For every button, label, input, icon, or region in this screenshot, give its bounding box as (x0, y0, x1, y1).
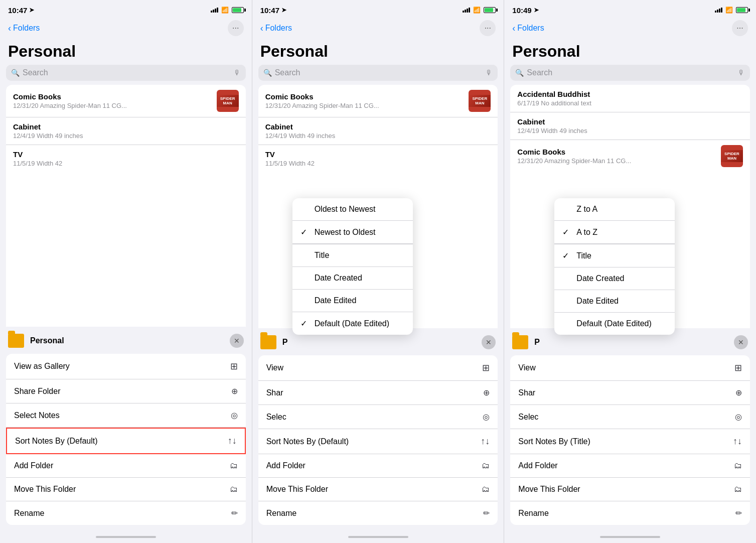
status-bar-2: 10:47 ➤ 📶 (252, 0, 504, 18)
back-button-1[interactable]: ‹ Folders (8, 23, 40, 34)
note-thumb-2-0: SPIDER MAN (469, 90, 491, 112)
back-label-2: Folders (265, 24, 292, 33)
mic-icon-3: 🎙 (738, 69, 745, 77)
page-title-1: Personal (0, 40, 252, 65)
sheet-item-addfolder[interactable]: Add Folder 🗂 (6, 454, 246, 478)
signal-icon-3 (715, 8, 722, 13)
sort-option-3-zta[interactable]: Z to A (554, 198, 675, 221)
sort-option-3-datecreated[interactable]: Date Created (554, 267, 675, 290)
phone-panel-1: 10:47 ➤ 📶 ‹ Folders ··· Personal 🔍 Searc… (0, 0, 252, 543)
signal-icon-2 (463, 8, 470, 13)
sheet-close-2[interactable]: ✕ (482, 335, 496, 349)
battery-icon-2 (484, 7, 496, 13)
sort-option-datecreated[interactable]: Date Created (292, 267, 413, 290)
search-icon-2: 🔍 (263, 69, 272, 77)
sheet-item-2-share[interactable]: Shar ⊕ (258, 381, 498, 405)
sheet-folder-name-1: Personal (30, 336, 224, 345)
sort-option-title[interactable]: Title (292, 244, 413, 267)
sort-option-3-dateedited[interactable]: Date Edited (554, 290, 675, 313)
search-placeholder-3: Search (527, 68, 735, 77)
sheet-menu-3: View ⊞ Shar ⊕ Selec ◎ Sort Notes By (Tit… (510, 355, 750, 525)
wifi-icon-3: 📶 (725, 7, 733, 14)
status-icons-3: 📶 (715, 7, 748, 14)
note-item-2-1[interactable]: Cabinet 12/4/19 Width 49 inches (258, 117, 498, 145)
location-arrow-icon: ➤ (29, 7, 34, 14)
sheet-2: P ✕ View ⊞ Shar ⊕ Selec ◎ Sort Notes By … (252, 328, 504, 543)
sort-option-oldest[interactable]: Oldest to Newest (292, 198, 413, 221)
status-icons-1: 📶 (211, 7, 244, 14)
sheet-item-move[interactable]: Move This Folder 🗂 (6, 478, 246, 501)
sheet-item-select[interactable]: Select Notes ◎ (6, 403, 246, 428)
status-time-1: 10:47 ➤ (8, 6, 34, 15)
more-button-3[interactable]: ··· (732, 20, 748, 36)
note-item-1-0[interactable]: Comic Books 12/31/20 Amazing Spider-Man … (6, 85, 246, 117)
search-bar-1[interactable]: 🔍 Search 🎙 (6, 65, 246, 81)
nav-bar-1: ‹ Folders ··· (0, 18, 252, 40)
sheet-item-3-share[interactable]: Shar ⊕ (510, 381, 750, 405)
folder-icon-3 (512, 335, 528, 349)
sheet-item-2-sort[interactable]: Sort Notes By (Default) ↑↓ (258, 429, 498, 454)
mic-icon-1: 🎙 (234, 69, 241, 77)
sort-dropdown-3: Z to A ✓ A to Z ✓ Title Date Created Dat… (554, 198, 675, 335)
sort-option-newest[interactable]: ✓ Newest to Oldest (292, 221, 413, 244)
sheet-item-gallery[interactable]: View as Gallery ⊞ (6, 354, 246, 379)
sheet-item-3-sort[interactable]: Sort Notes By (Title) ↑↓ (510, 429, 750, 454)
note-item-1-2[interactable]: TV 11/5/19 Width 42 (6, 145, 246, 172)
sort-option-3-title[interactable]: ✓ Title (554, 244, 675, 267)
sheet-close-1[interactable]: ✕ (230, 334, 244, 348)
search-placeholder-1: Search (23, 68, 231, 77)
sheet-item-3-select[interactable]: Selec ◎ (510, 405, 750, 429)
sheet-item-2-rename[interactable]: Rename ✏ (258, 501, 498, 525)
battery-icon-3 (736, 7, 748, 13)
sheet-item-share[interactable]: Share Folder ⊕ (6, 379, 246, 403)
sheet-item-rename[interactable]: Rename ✏ (6, 501, 246, 525)
sheet-item-3-addfolder[interactable]: Add Folder 🗂 (510, 454, 750, 478)
phone-panel-2: 10:47 ➤ 📶 ‹ Folders ··· Personal 🔍 Searc… (252, 0, 505, 543)
status-bar-1: 10:47 ➤ 📶 (0, 0, 252, 18)
sheet-item-2-addfolder[interactable]: Add Folder 🗂 (258, 454, 498, 478)
sort-option-dateedited[interactable]: Date Edited (292, 290, 413, 312)
status-icons-2: 📶 (463, 7, 496, 14)
note-thumb-1-0: SPIDER MAN (217, 90, 239, 112)
note-thumb-3-2: SPIDER MAN (721, 145, 743, 167)
sheet-close-3[interactable]: ✕ (734, 335, 748, 349)
back-button-2[interactable]: ‹ Folders (260, 23, 292, 34)
sheet-item-3-move[interactable]: Move This Folder 🗂 (510, 478, 750, 501)
sort-option-3-default[interactable]: Default (Date Edited) (554, 313, 675, 335)
back-label-3: Folders (517, 24, 544, 33)
search-bar-2[interactable]: 🔍 Search 🎙 (258, 65, 498, 81)
folder-icon-1 (8, 334, 24, 348)
note-item-2-0[interactable]: Comic Books 12/31/20 Amazing Spider-Man … (258, 85, 498, 117)
sort-option-default[interactable]: ✓ Default (Date Edited) (292, 312, 413, 335)
more-button-1[interactable]: ··· (228, 20, 244, 36)
sheet-item-2-gallery[interactable]: View ⊞ (258, 355, 498, 381)
note-item-1-1[interactable]: Cabinet 12/4/19 Width 49 inches (6, 117, 246, 145)
folder-icon-2 (260, 335, 276, 349)
location-arrow-icon-3: ➤ (534, 7, 539, 14)
sheet-overlay-3: P ✕ View ⊞ Shar ⊕ Selec ◎ Sort Notes By … (504, 328, 756, 543)
back-label-1: Folders (13, 24, 40, 33)
sheet-item-2-move[interactable]: Move This Folder 🗂 (258, 478, 498, 501)
sheet-menu-1: View as Gallery ⊞ Share Folder ⊕ Select … (6, 354, 246, 525)
search-icon-1: 🔍 (11, 69, 20, 77)
nav-bar-3: ‹ Folders ··· (504, 18, 756, 40)
more-button-2[interactable]: ··· (480, 20, 496, 36)
note-item-2-2[interactable]: TV 11/5/19 Width 42 (258, 145, 498, 172)
sort-option-3-atz[interactable]: ✓ A to Z (554, 221, 675, 244)
note-item-3-1[interactable]: Cabinet 12/4/19 Width 49 inches (510, 112, 750, 140)
note-item-3-0[interactable]: Accidental Buddhist 6/17/19 No additiona… (510, 85, 750, 112)
status-time-3: 10:49 ➤ (512, 6, 538, 15)
sheet-folder-name-3: P (534, 338, 728, 347)
sheet-item-3-gallery[interactable]: View ⊞ (510, 355, 750, 381)
note-item-3-2[interactable]: Comic Books 12/31/20 Amazing Spider-Man … (510, 140, 750, 172)
search-bar-3[interactable]: 🔍 Search 🎙 (510, 65, 750, 81)
signal-icon (211, 8, 218, 13)
sheet-item-3-rename[interactable]: Rename ✏ (510, 501, 750, 525)
phone-panel-3: 10:49 ➤ 📶 ‹ Folders ··· Personal 🔍 Searc… (504, 0, 756, 543)
chevron-left-icon: ‹ (8, 23, 11, 34)
sheet-item-2-select[interactable]: Selec ◎ (258, 405, 498, 429)
page-title-3: Personal (504, 40, 756, 65)
location-arrow-icon-2: ➤ (281, 7, 286, 14)
back-button-3[interactable]: ‹ Folders (512, 23, 544, 34)
sheet-item-sort[interactable]: Sort Notes By (Default) ↑↓ (6, 428, 246, 454)
